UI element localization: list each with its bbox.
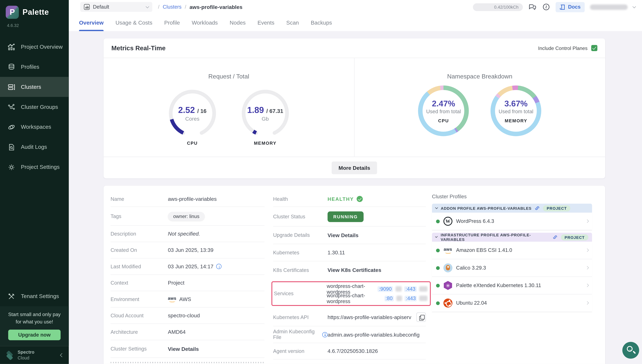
sidebar-bottom: Tenant Settings Start small and only pay… — [0, 286, 69, 364]
include-control-planes-checkbox[interactable] — [591, 45, 597, 51]
profile-pack-calico[interactable]: Calico 3.29.3 — [432, 259, 592, 277]
details-middle-column: Health HEALTHY Cluster Status RUNNING Up… — [273, 192, 426, 364]
service-port-link[interactable]: :9090 — [378, 286, 393, 292]
ubuntu-icon — [444, 298, 453, 308]
upgrade-now-button[interactable]: Upgrade now — [8, 330, 60, 340]
collapse-sidebar-icon[interactable] — [60, 353, 64, 357]
link-icon — [553, 235, 558, 240]
sidebar-item-clusters[interactable]: Clusters — [0, 77, 69, 97]
cluster-details-card: Name aws-profile-variables Tags owner: l… — [104, 186, 605, 364]
admin-kubeconfig-link[interactable]: admin.aws-profile-variables.kubeconfig — [328, 332, 420, 338]
chevron-right-icon — [585, 220, 588, 223]
request-total-title: Request / Total — [208, 73, 249, 80]
row-cluster-status: Cluster Status RUNNING — [273, 207, 426, 226]
donut-row: 2.47% Used from total CPU 3.67% Used fro… — [418, 86, 541, 136]
cloud-account-value: spectro-cloud — [168, 312, 200, 318]
sidebar-item-project-overview[interactable]: Project Overview — [0, 37, 69, 57]
chevron-down-icon[interactable] — [632, 4, 636, 8]
cluster-profiles-title: Cluster Profiles — [432, 192, 592, 204]
breadcrumb-separator: / — [185, 4, 186, 10]
sidebar-item-cluster-groups[interactable]: Cluster Groups — [0, 97, 69, 117]
profile-pack-amazon-ebs-csi[interactable]: aws Amazon EBS CSI 1.41.0 — [432, 242, 592, 259]
magnifier-icon — [627, 346, 632, 352]
more-details-button[interactable]: More Details — [331, 161, 377, 174]
breadcrumb-clusters-link[interactable]: Clusters — [163, 4, 182, 10]
orbit-icon — [7, 123, 16, 131]
service-port-link[interactable]: :443 — [404, 286, 417, 292]
metrics-header: Metrics Real-Time Include Control Planes — [104, 38, 605, 58]
pack-name: Ubuntu 22.04 — [456, 300, 487, 306]
services-highlight-box: Services wordpress-chart-wordpress :9090… — [272, 281, 431, 306]
sidebar-item-profiles[interactable]: Profiles — [0, 57, 69, 77]
link-icon — [535, 206, 540, 210]
pack-name: Palette eXtended Kubernetes 1.30.11 — [456, 282, 541, 288]
tab-scan[interactable]: Scan — [286, 14, 299, 31]
sidebar-item-audit-logs[interactable]: Audit Logs — [0, 137, 69, 157]
brand-name: Palette — [23, 8, 49, 17]
namespace-memory-donut: 3.67% Used from total MEMORY — [491, 86, 541, 136]
view-k8s-certificates-link[interactable]: View K8s Certificates — [328, 267, 381, 273]
memory-gauge: 1.89 / 67.31 Gb MEMORY — [239, 89, 292, 146]
sidebar-item-project-settings[interactable]: Project Settings — [0, 157, 69, 177]
cluster-settings-view-details-link[interactable]: View Details — [168, 346, 199, 352]
cluster-settings-label: Cluster Settings — [111, 346, 168, 352]
docs-button[interactable]: Docs — [556, 2, 585, 12]
chat-bubbles-icon — [528, 3, 537, 11]
status-dot — [436, 284, 440, 287]
main-content: Metrics Real-Time Include Control Planes… — [69, 31, 642, 364]
tab-events[interactable]: Events — [258, 14, 274, 31]
brand: P Palette — [0, 0, 69, 20]
chevron-down-icon — [146, 4, 149, 8]
tab-overview[interactable]: Overview — [79, 14, 104, 31]
calico-icon — [444, 263, 453, 272]
tab-workloads[interactable]: Workloads — [192, 14, 218, 31]
namespace-memory-text: 3.67% Used from total MEMORY — [491, 86, 541, 136]
cpu-gauge-ring — [168, 89, 217, 138]
project-selector[interactable]: Default — [80, 2, 152, 12]
context-value: Project — [168, 280, 184, 286]
info-icon[interactable] — [322, 332, 328, 337]
app-root: P Palette 4.6.32 Project Overview Profil… — [0, 0, 642, 364]
namespace-memory-label: MEMORY — [505, 118, 527, 123]
addon-profile-header[interactable]: ADDON PROFILE AWS-PROFILE-VARIABLES PROJ… — [432, 204, 592, 212]
admin-kubeconfig-label: Admin Kubeconfig File — [273, 329, 320, 340]
request-total-section: Request / Total 2.52 / 16 Cores CPU — [104, 58, 354, 157]
agent-version-label: Agent version — [273, 348, 328, 354]
spectro-cloud-name: Spectro Cloud — [18, 350, 34, 361]
chevron-down-icon — [435, 235, 438, 238]
metrics-body: Request / Total 2.52 / 16 Cores CPU — [104, 58, 605, 157]
breadcrumb: / Clusters / aws-profile-variables — [158, 4, 243, 10]
user-name-redacted[interactable] — [590, 4, 627, 10]
details-left-column: Name aws-profile-variables Tags owner: l… — [111, 192, 265, 364]
help-compass-button[interactable] — [542, 3, 550, 11]
sidebar-item-label: Clusters — [21, 84, 41, 90]
row-tags: Tags owner: linus — [111, 207, 265, 226]
tab-profile[interactable]: Profile — [164, 14, 180, 31]
service-port-link[interactable]: :443 — [404, 296, 417, 301]
info-icon[interactable] — [216, 264, 222, 269]
tab-backups[interactable]: Backups — [311, 14, 332, 31]
sidebar-item-label: Audit Logs — [21, 144, 47, 150]
row-kubernetes: Kubernetes 1.30.11 — [273, 244, 426, 262]
profile-pack-wordpress[interactable]: W WordPress 6.4.3 — [432, 213, 592, 230]
profile-pack-ubuntu[interactable]: Ubuntu 22.04 — [432, 294, 592, 312]
status-dot — [436, 220, 440, 223]
context-label: Context — [111, 280, 168, 286]
upgrade-view-details-link[interactable]: View Details — [328, 232, 358, 238]
copy-icon[interactable] — [416, 312, 426, 322]
tab-usage-costs[interactable]: Usage & Costs — [115, 14, 152, 31]
project-scope-icon — [84, 4, 90, 10]
namespace-cpu-donut: 2.47% Used from total CPU — [418, 86, 469, 136]
tab-nodes[interactable]: Nodes — [230, 14, 246, 31]
infrastructure-profile-header[interactable]: INFRASTRUCTURE PROFILE AWS-PROFILE-VARIA… — [432, 233, 592, 242]
support-widget-button[interactable] — [622, 342, 639, 359]
row-architecture: Architecture AMD64 — [111, 324, 265, 340]
row-agent-version: Agent version 4.6.7/20250530.1826 — [273, 343, 426, 360]
cluster-profiles-panel: Cluster Profiles ADDON PROFILE AWS-PROFI… — [432, 192, 592, 364]
feedback-chat-button[interactable] — [528, 3, 537, 11]
service-port-link[interactable]: :80 — [384, 296, 394, 301]
sidebar-item-workspaces[interactable]: Workspaces — [0, 117, 69, 137]
sidebar-item-tenant-settings[interactable]: Tenant Settings — [0, 286, 69, 306]
profile-pack-palette-extended-kubernetes[interactable]: ✳ Palette eXtended Kubernetes 1.30.11 — [432, 277, 592, 294]
footer-brand-bottom: Cloud — [18, 355, 29, 360]
